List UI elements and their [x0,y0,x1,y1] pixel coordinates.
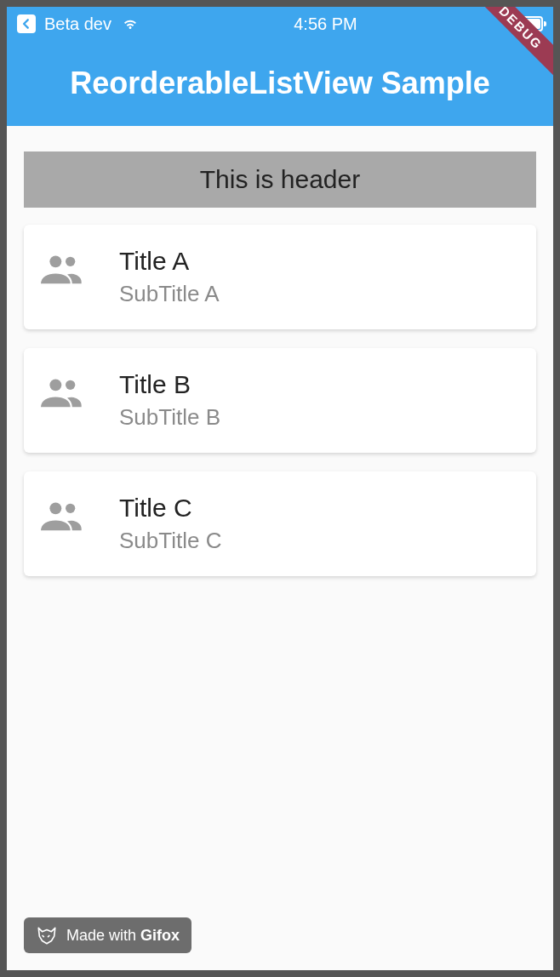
people-icon [41,494,85,536]
list-item-text: Title C SubTitle C [119,494,221,554]
list-item[interactable]: Title C SubTitle C [24,471,536,576]
people-icon [41,370,85,413]
people-icon [41,247,85,289]
list-item-text: Title A SubTitle A [119,247,220,307]
status-bar-left: Beta dev [17,12,140,37]
watermark-text: Made with Gifox [66,927,180,945]
fox-icon [36,924,58,946]
svg-point-1 [66,257,75,266]
list-item-text: Title B SubTitle B [119,370,220,431]
list-header: This is header [24,151,536,208]
svg-point-5 [66,504,75,513]
list-item-title: Title B [119,370,220,399]
list-body: Title A SubTitle A Title B SubTitle B [24,225,536,576]
gifox-watermark: Made with Gifox [24,917,191,953]
device-frame: DEBUG Beta dev 4:56 PM ReorderableListVi… [7,7,553,970]
list-item[interactable]: Title A SubTitle A [24,225,536,329]
carrier-label: Beta dev [44,14,111,34]
list-item[interactable]: Title B SubTitle B [24,348,536,453]
svg-point-4 [49,502,61,514]
wifi-icon [120,12,140,37]
back-chevron-icon[interactable] [17,14,36,33]
list-item-subtitle: SubTitle A [119,281,220,307]
status-bar: Beta dev 4:56 PM [7,7,553,41]
list-item-subtitle: SubTitle B [119,404,220,431]
app-bar: ReorderableListView Sample [7,41,553,126]
list-item-subtitle: SubTitle C [119,528,221,554]
svg-point-2 [49,379,61,391]
status-bar-time: 4:56 PM [294,14,357,34]
svg-point-3 [66,380,75,390]
content-area: This is header Title A SubTitle A Title … [7,126,553,620]
list-item-title: Title C [119,494,221,523]
app-bar-title: ReorderableListView Sample [70,66,490,101]
list-item-title: Title A [119,247,220,276]
svg-point-0 [49,255,61,267]
